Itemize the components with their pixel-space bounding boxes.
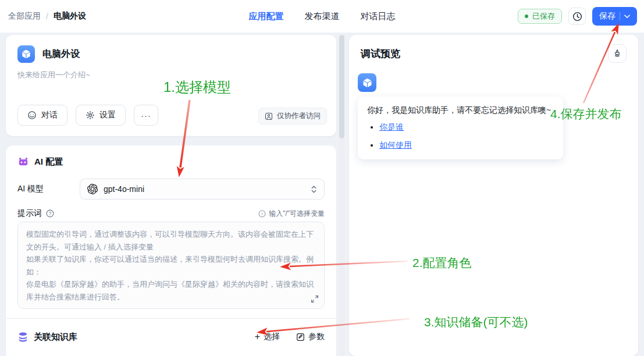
saved-status-badge: 已保存: [518, 9, 562, 24]
save-button-label: 保存: [599, 11, 615, 22]
annotation-save-publish: 4.保存并发布: [550, 106, 622, 122]
history-button[interactable]: [568, 8, 586, 25]
edit-params-icon: [296, 333, 305, 341]
assistant-greeting: 你好，我是知识库助手，请不要忘记选择知识库噢~: [367, 104, 554, 116]
save-button-divider: [620, 12, 620, 20]
model-select-value: gpt-4o-mini: [104, 184, 144, 194]
clear-chat-button[interactable]: [608, 44, 627, 63]
dataset-params-button[interactable]: 参数: [296, 332, 325, 342]
ai-config-header: AI 配置: [17, 155, 325, 168]
cube-icon: [361, 77, 373, 89]
openai-logo-icon: [87, 184, 98, 194]
annotation-knowledge-optional: 3.知识储备(可不选): [424, 314, 528, 330]
topbar-actions: 已保存 保存: [518, 7, 637, 26]
prompt-variable-hint: i 输入"/"可选择变量: [258, 209, 325, 219]
panel-scrollbar-thumb[interactable]: [339, 35, 344, 138]
database-icon: [17, 332, 29, 343]
suggested-questions: 你是谁 如何使用: [367, 121, 554, 151]
ai-config-title: AI 配置: [34, 156, 63, 168]
panel-scrollbar-track: [339, 35, 344, 356]
tab-chat-logs[interactable]: 对话日志: [361, 11, 396, 22]
suggested-question-link[interactable]: 如何使用: [379, 140, 412, 149]
preview-header: 调试预览: [361, 44, 627, 63]
chat-button-label: 对话: [41, 110, 58, 120]
preview-title: 调试预览: [361, 47, 400, 60]
app-actions: 对话 设置 ···: [17, 105, 158, 126]
debug-preview-panel: 调试预览 你好，我是知识库助手，请不要忘记选择知识库噢~ 你是谁 如何使用: [349, 35, 638, 356]
prompt-textarea[interactable]: [17, 222, 325, 309]
model-label: AI 模型: [17, 184, 80, 194]
select-dataset-button[interactable]: + 选择: [255, 332, 280, 342]
select-dataset-label: 选择: [264, 332, 280, 342]
topbar: 全部应用 / 电脑外设 应用配置 发布渠道 对话日志 已保存 保存: [0, 0, 644, 33]
select-chevrons-icon: [311, 185, 317, 194]
info-circle-icon: i: [258, 210, 266, 218]
knowledge-base-header: 关联知识库: [17, 332, 77, 343]
section-divider: [6, 318, 336, 319]
dataset-params-label: 参数: [308, 332, 325, 342]
breadcrumb: 全部应用 / 电脑外设: [8, 11, 86, 22]
prompt-hint-text: 输入"/"可选择变量: [269, 209, 325, 219]
settings-button[interactable]: 设置: [76, 105, 126, 126]
broom-icon: [613, 49, 622, 58]
assistant-message: 你好，我是知识库助手，请不要忘记选择知识库噢~ 你是谁 如何使用: [358, 97, 563, 159]
knowledge-base-actions: + 选择 参数: [255, 332, 325, 342]
svg-text:i: i: [262, 211, 263, 216]
assistant-avatar: [358, 73, 376, 92]
tab-publish-channels[interactable]: 发布渠道: [305, 11, 340, 22]
suggested-question-link[interactable]: 你是谁: [379, 122, 404, 131]
prompt-editor: [17, 222, 325, 309]
annotation-select-model: 1.选择模型: [163, 78, 231, 97]
knowledge-base-title: 关联知识库: [34, 332, 77, 343]
expand-icon[interactable]: [311, 295, 319, 303]
breadcrumb-current-app: 电脑外设: [54, 11, 86, 22]
topbar-tabs: 应用配置 发布渠道 对话日志: [249, 11, 396, 22]
prompt-label: 提示词: [17, 208, 42, 219]
question-circle-icon[interactable]: ?: [46, 209, 54, 218]
prompt-row: 提示词 ? i 输入"/"可选择变量: [17, 208, 325, 219]
suggested-question: 如何使用: [379, 139, 554, 151]
collaborator-icon: [265, 112, 273, 120]
breadcrumb-all-apps[interactable]: 全部应用: [8, 11, 41, 22]
chat-smiley-icon: [27, 111, 37, 120]
annotation-configure-role: 2.配置角色: [412, 255, 472, 271]
saved-dot-icon: [525, 15, 528, 18]
model-row: AI 模型 gpt-4o-mini: [17, 179, 325, 200]
clock-icon: [572, 11, 583, 22]
knowledge-base-row: 关联知识库 + 选择 参数: [17, 327, 325, 347]
model-select[interactable]: gpt-4o-mini: [80, 179, 325, 200]
save-button[interactable]: 保存: [592, 7, 637, 26]
breadcrumb-separator: /: [46, 12, 48, 21]
app-title: 电脑外设: [42, 48, 80, 60]
cube-icon: [20, 48, 32, 60]
ai-config-card: AI 配置 AI 模型 gpt-4o-mini 提示词 ?: [6, 145, 336, 356]
prompt-label-group: 提示词 ?: [17, 208, 54, 219]
gear-icon: [86, 111, 95, 120]
robot-icon: [17, 156, 29, 168]
settings-button-label: 设置: [99, 110, 116, 120]
tab-app-config[interactable]: 应用配置: [249, 11, 284, 22]
access-permission-label: 仅协作者访问: [277, 111, 321, 121]
suggested-question: 你是谁: [379, 121, 554, 133]
plus-icon: +: [255, 332, 260, 341]
svg-text:?: ?: [49, 211, 52, 216]
saved-status-label: 已保存: [532, 11, 555, 22]
chevron-down-icon: [624, 15, 630, 19]
chat-button[interactable]: 对话: [17, 105, 67, 126]
more-button[interactable]: ···: [134, 105, 158, 126]
app-header: 电脑外设: [17, 45, 325, 63]
app-avatar: [17, 45, 35, 63]
access-permission-badge: 仅协作者访问: [258, 108, 327, 124]
